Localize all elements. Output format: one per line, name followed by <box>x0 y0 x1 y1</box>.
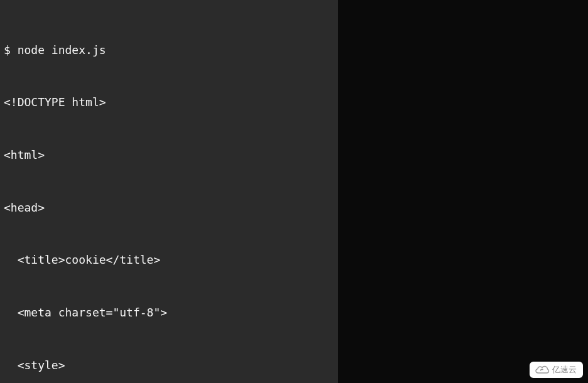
cloud-icon <box>535 365 550 375</box>
terminal-line: <!DOCTYPE html> <box>4 94 334 111</box>
watermark-text: 亿速云 <box>552 364 577 375</box>
terminal-line: <meta charset="utf-8"> <box>4 304 334 321</box>
terminal-line: <style> <box>4 357 334 374</box>
terminal-line: <title>cookie</title> <box>4 251 334 269</box>
terminal-output: $ node index.js <!DOCTYPE html> <html> <… <box>0 0 338 383</box>
terminal-line: <head> <box>4 199 334 217</box>
terminal-line: <html> <box>4 146 334 164</box>
watermark-badge: 亿速云 <box>530 362 583 378</box>
terminal-line: $ node index.js <box>4 41 334 59</box>
right-panel <box>338 0 588 383</box>
